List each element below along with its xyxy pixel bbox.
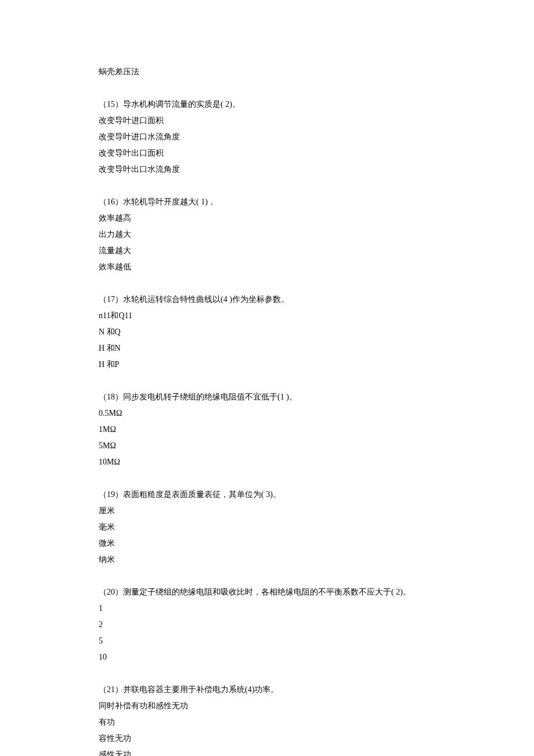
- option: N 和Q: [99, 324, 435, 340]
- question-17: （17）水轮机运转综合特性曲线以(4 )作为坐标参数。 n11和Q11 N 和Q…: [99, 291, 435, 373]
- option: 有功: [99, 714, 435, 730]
- option: 0.5MΩ: [99, 405, 435, 422]
- question-18: （18）同步发电机转子绕组的绝缘电阻值不宜低于(1 )。 0.5MΩ 1MΩ 5…: [99, 389, 435, 470]
- blank-line: [99, 373, 435, 389]
- option: 1: [99, 600, 435, 617]
- blank-line: [99, 470, 435, 487]
- question-stem: （16）水轮机导叶开度越大( 1)，: [99, 194, 435, 210]
- option: H 和N: [99, 340, 435, 357]
- option: 改变导叶出口水流角度: [99, 161, 435, 178]
- question-20: （20）测量定子绕组的绝缘电阻和吸收比时，各相绝缘电阻的不平衡系数不应大于( 2…: [99, 584, 435, 665]
- option: 厘米: [99, 503, 435, 519]
- blank-line: [99, 178, 435, 194]
- option: 10: [99, 649, 435, 665]
- blank-line: [99, 568, 435, 584]
- question-stem: （15）导水机构调节流量的实质是( 2)。: [99, 96, 435, 113]
- option: 感性无功: [99, 747, 435, 756]
- option: 毫米: [99, 519, 435, 535]
- question-stem: （17）水轮机运转综合特性曲线以(4 )作为坐标参数。: [99, 291, 435, 308]
- option: 改变导叶出口面积: [99, 145, 435, 161]
- option: 5MΩ: [99, 438, 435, 454]
- blank-line: [99, 80, 435, 96]
- document-page: 蜗壳差压法 （15）导水机构调节流量的实质是( 2)。 改变导叶进口面积 改变导…: [0, 0, 534, 756]
- option: 改变导叶进口水流角度: [99, 129, 435, 145]
- option: 微米: [99, 535, 435, 552]
- question-19: （19）表面粗糙度是表面质量表征，其单位为( 3)。 厘米 毫米 微米 纳米: [99, 487, 435, 568]
- question-stem: （18）同步发电机转子绕组的绝缘电阻值不宜低于(1 )。: [99, 389, 435, 405]
- option: 流量越大: [99, 243, 435, 259]
- option: 纳米: [99, 552, 435, 568]
- option: 出力越大: [99, 226, 435, 243]
- option: H 和P: [99, 357, 435, 373]
- option: 改变导叶进口面积: [99, 113, 435, 129]
- blank-line: [99, 665, 435, 682]
- question-stem: （21）并联电容器主要用于补偿电力系统(4)功率。: [99, 682, 435, 698]
- question-16: （16）水轮机导叶开度越大( 1)， 效率越高 出力越大 流量越大 效率越低: [99, 194, 435, 275]
- option: n11和Q11: [99, 308, 435, 324]
- option: 1MΩ: [99, 422, 435, 438]
- option: 效率越高: [99, 210, 435, 226]
- option: 容性无功: [99, 730, 435, 747]
- question-21: （21）并联电容器主要用于补偿电力系统(4)功率。 同时补偿有功和感性无功 有功…: [99, 682, 435, 756]
- option: 10MΩ: [99, 454, 435, 470]
- question-15: （15）导水机构调节流量的实质是( 2)。 改变导叶进口面积 改变导叶进口水流角…: [99, 96, 435, 178]
- pre-line: 蜗壳差压法: [99, 64, 435, 80]
- option: 2: [99, 617, 435, 633]
- option: 效率越低: [99, 259, 435, 275]
- question-stem: （20）测量定子绕组的绝缘电阻和吸收比时，各相绝缘电阻的不平衡系数不应大于( 2…: [99, 584, 435, 600]
- option: 同时补偿有功和感性无功: [99, 698, 435, 714]
- blank-line: [99, 275, 435, 291]
- option: 5: [99, 633, 435, 649]
- question-stem: （19）表面粗糙度是表面质量表征，其单位为( 3)。: [99, 487, 435, 503]
